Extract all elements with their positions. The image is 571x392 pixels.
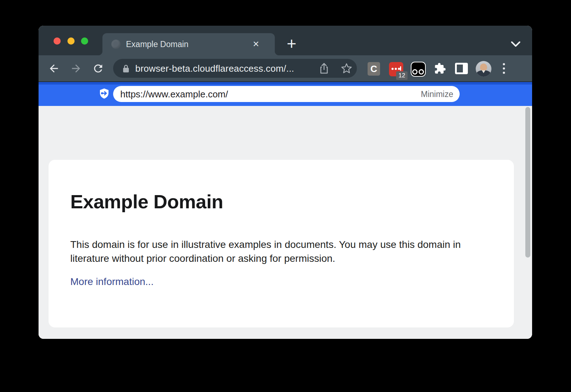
avatar-face xyxy=(480,63,487,71)
side-panel-icon[interactable] xyxy=(455,63,468,74)
extension-letter-c-icon[interactable]: C xyxy=(368,62,380,76)
reload-button[interactable] xyxy=(92,62,104,75)
new-tab-button[interactable]: + xyxy=(283,36,300,52)
address-bar[interactable]: browser-beta.cloudflareaccess.com/... xyxy=(113,59,357,78)
globe-favicon-icon xyxy=(111,40,121,49)
more-information-link[interactable]: More information... xyxy=(70,276,153,287)
profile-avatar[interactable] xyxy=(476,61,491,77)
lock-icon xyxy=(122,64,130,73)
scrollbar-thumb[interactable] xyxy=(525,107,530,258)
extensions-puzzle-icon[interactable] xyxy=(434,62,446,75)
address-url-text[interactable]: browser-beta.cloudflareaccess.com/... xyxy=(135,63,294,74)
extension-password-manager-icon[interactable]: 12 xyxy=(389,62,403,76)
page-paragraph: This domain is for use in illustrative e… xyxy=(70,238,482,265)
back-button[interactable] xyxy=(48,62,60,75)
toolbar: browser-beta.cloudflareaccess.com/... C … xyxy=(39,55,532,81)
bookmark-star-icon[interactable] xyxy=(341,63,352,74)
password-dots-icon xyxy=(391,68,394,70)
traffic-close-button[interactable] xyxy=(54,37,61,45)
tab-search-chevron-icon[interactable] xyxy=(509,39,522,49)
tab-title: Example Domain xyxy=(126,40,188,49)
tab-example-domain[interactable]: Example Domain × xyxy=(102,33,275,55)
shield-arrow-icon xyxy=(99,88,110,99)
circle-right-icon xyxy=(419,69,424,75)
isolation-url-input[interactable]: https://www.example.com/ Minimize xyxy=(113,86,460,102)
page-title: Example Domain xyxy=(70,190,223,213)
share-icon[interactable] xyxy=(319,63,329,74)
browser-menu-kebab-icon[interactable] xyxy=(503,62,505,75)
content-card: Example Domain This domain is for use in… xyxy=(49,160,514,327)
isolation-url-value[interactable]: https://www.example.com/ xyxy=(120,89,228,100)
cursor-bar-icon xyxy=(400,66,401,71)
traffic-zoom-button[interactable] xyxy=(81,37,88,45)
isolation-bar: https://www.example.com/ Minimize xyxy=(39,81,532,106)
extension-badge-count: 12 xyxy=(396,71,408,80)
tab-strip: Example Domain × + xyxy=(39,26,532,55)
browser-window: Example Domain × + browser-beta.cloudfla… xyxy=(39,26,532,339)
circle-left-icon xyxy=(412,69,418,75)
minimize-button[interactable]: Minimize xyxy=(421,90,453,99)
extension-two-circles-icon[interactable] xyxy=(411,62,426,77)
traffic-minimize-button[interactable] xyxy=(67,37,75,45)
forward-button[interactable] xyxy=(70,62,82,75)
page-viewport: Example Domain This domain is for use in… xyxy=(39,106,532,339)
tab-close-icon[interactable]: × xyxy=(253,38,259,50)
